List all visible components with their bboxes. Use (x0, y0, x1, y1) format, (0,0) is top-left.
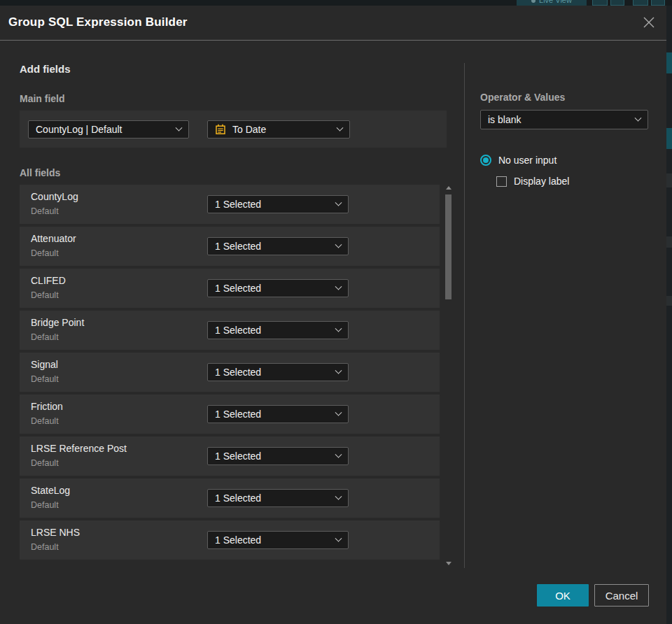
operator-select-value: is blank (488, 114, 521, 125)
field-row-selected-value: 1 Selected (215, 241, 261, 252)
dialog-title: Group SQL Expression Builder (8, 15, 188, 29)
field-row-name: StateLog (31, 485, 70, 496)
ok-button[interactable]: OK (537, 584, 589, 607)
live-view-dot-icon (531, 0, 536, 3)
live-view-button[interactable]: Live View (517, 0, 587, 6)
field-row: Attenuator Default 1 Selected (20, 227, 440, 266)
field-row-selected-dropdown[interactable]: 1 Selected (207, 237, 349, 255)
background-accent-block (666, 236, 672, 248)
background-app-strip: Live View (0, 0, 672, 6)
all-fields-label: All fields (20, 167, 60, 178)
field-row-selected-dropdown[interactable]: 1 Selected (207, 447, 349, 465)
field-row-subtitle: Default (31, 206, 59, 216)
all-fields-scrollbar[interactable] (444, 183, 453, 567)
no-user-input-radio[interactable]: No user input (480, 155, 556, 166)
scrollbar-down-arrow-icon[interactable] (446, 562, 451, 565)
background-toolbar-button (610, 0, 624, 6)
field-row-selected-value: 1 Selected (215, 367, 261, 378)
chevron-down-icon (335, 199, 342, 206)
display-label-text: Display label (514, 176, 569, 187)
close-button[interactable] (640, 13, 658, 31)
scrollbar-up-arrow-icon[interactable] (446, 186, 451, 190)
field-row: Bridge Point Default 1 Selected (20, 311, 440, 350)
operator-select[interactable]: is blank (480, 110, 648, 129)
chevron-down-icon (335, 283, 342, 290)
chevron-down-icon (337, 124, 344, 131)
field-row-selected-value: 1 Selected (215, 199, 261, 210)
field-row-subtitle: Default (31, 248, 59, 258)
field-row-name: Bridge Point (31, 317, 84, 328)
field-row-selected-dropdown[interactable]: 1 Selected (207, 279, 349, 297)
background-accent-block (666, 173, 672, 187)
field-row-selected-value: 1 Selected (215, 451, 261, 462)
field-row-name: Signal (31, 359, 58, 370)
field-row-name: Friction (31, 401, 63, 412)
live-view-label: Live View (539, 0, 572, 4)
field-row-subtitle: Default (31, 374, 59, 384)
radio-selected-icon (480, 155, 491, 166)
scrollbar-thumb[interactable] (445, 194, 451, 299)
background-accent-block (666, 52, 672, 73)
field-row-subtitle: Default (31, 290, 59, 300)
column-divider (464, 63, 465, 568)
field-row-selected-value: 1 Selected (215, 325, 261, 336)
main-field-label: Main field (20, 93, 65, 104)
field-row-name: CLIFED (31, 275, 66, 286)
field-row: CountyLog Default 1 Selected (20, 185, 440, 224)
field-row-name: LRSE Reference Post (31, 443, 127, 454)
field-row-name: Attenuator (31, 233, 76, 244)
chevron-down-icon (335, 325, 342, 332)
field-row: Signal Default 1 Selected (20, 353, 440, 392)
main-field-select-value: CountyLog | Default (36, 124, 122, 135)
group-sql-expression-builder-dialog: Group SQL Expression Builder Add fields … (0, 6, 666, 624)
field-row-subtitle: Default (31, 542, 59, 552)
field-row-selected-value: 1 Selected (215, 409, 261, 420)
chevron-down-icon (335, 409, 342, 416)
field-row: StateLog Default 1 Selected (20, 478, 440, 518)
field-row-subtitle: Default (31, 458, 59, 468)
field-row-selected-dropdown[interactable]: 1 Selected (207, 363, 349, 381)
background-toolbar-button (592, 0, 608, 6)
main-field-type-select[interactable]: To Date (207, 120, 350, 139)
main-field-select[interactable]: CountyLog | Default (28, 120, 189, 139)
display-label-checkbox[interactable]: Display label (496, 176, 569, 187)
background-accent-block (666, 128, 672, 149)
chevron-down-icon (335, 241, 342, 248)
main-field-type-value: To Date (232, 124, 266, 135)
screen: Live View Group SQL Expression Builder A… (0, 0, 672, 624)
field-row-selected-dropdown[interactable]: 1 Selected (207, 489, 349, 507)
field-row-selected-dropdown[interactable]: 1 Selected (207, 405, 349, 423)
field-row: CLIFED Default 1 Selected (20, 269, 440, 308)
no-user-input-label: No user input (498, 155, 556, 166)
main-field-panel: CountyLog | Default To Date (20, 111, 447, 148)
field-row-selected-value: 1 Selected (215, 534, 261, 546)
field-row: LRSE NHS Default 1 Selected (20, 520, 440, 560)
field-row-name: LRSE NHS (31, 527, 80, 538)
close-icon (643, 16, 655, 29)
background-app-edge (666, 6, 672, 624)
cancel-button[interactable]: Cancel (594, 584, 649, 607)
background-toolbar-button (633, 0, 648, 6)
field-row-subtitle: Default (31, 500, 59, 510)
field-row-selected-value: 1 Selected (215, 283, 261, 294)
field-row-selected-dropdown[interactable]: 1 Selected (207, 531, 349, 549)
titlebar-separator (0, 40, 666, 41)
field-row: LRSE Reference Post Default 1 Selected (20, 437, 440, 476)
chevron-down-icon (335, 492, 342, 499)
field-row-selected-dropdown[interactable]: 1 Selected (207, 321, 349, 339)
field-row-selected-value: 1 Selected (215, 492, 261, 504)
field-row-selected-dropdown[interactable]: 1 Selected (207, 195, 349, 213)
background-accent-block (666, 296, 672, 306)
all-fields-list: CountyLog Default 1 Selected Attenuator … (20, 185, 440, 562)
chevron-down-icon (635, 114, 642, 121)
operator-values-label: Operator & Values (480, 92, 565, 103)
add-fields-heading: Add fields (20, 63, 71, 75)
chevron-down-icon (335, 534, 342, 541)
field-row-subtitle: Default (31, 416, 59, 426)
background-toolbar-button (651, 0, 665, 6)
field-row-subtitle: Default (31, 332, 59, 342)
chevron-down-icon (176, 124, 183, 131)
calendar-icon (215, 124, 226, 135)
dialog-titlebar: Group SQL Expression Builder (0, 6, 666, 40)
field-row: Friction Default 1 Selected (20, 395, 440, 434)
